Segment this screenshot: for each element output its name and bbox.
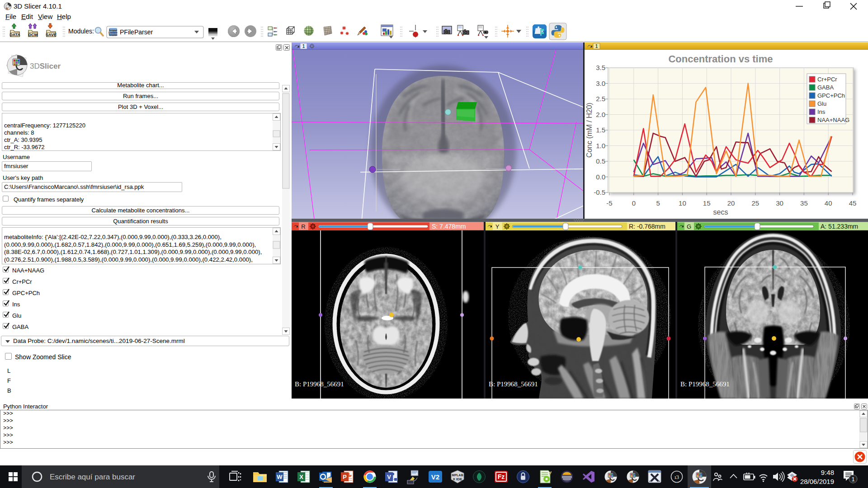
svg-text:secs: secs (713, 208, 728, 216)
svg-text:Fz: Fz (498, 473, 505, 480)
svg-text:Ins: Ins (817, 108, 826, 115)
svg-text:-0.5: -0.5 (594, 188, 605, 196)
svg-text:45: 45 (849, 199, 857, 207)
svg-text:G: G (687, 223, 691, 230)
svg-text:0.5: 0.5 (596, 157, 605, 165)
svg-text:V: V (387, 474, 391, 480)
svg-text:ı3: ı3 (675, 474, 679, 480)
svg-text:30: 30 (776, 199, 783, 207)
svg-text:1.5: 1.5 (596, 126, 605, 134)
svg-text:W: W (277, 474, 283, 480)
svg-text:SAVE: SAVE (46, 33, 57, 37)
svg-text:Conc (mM / H20): Conc (mM / H20) (585, 103, 593, 158)
svg-text:1: 1 (595, 43, 598, 49)
svg-text:DATA: DATA (9, 33, 20, 37)
svg-text:P: P (343, 474, 347, 480)
svg-text:25: 25 (751, 199, 759, 207)
svg-text:40: 40 (825, 199, 832, 207)
svg-text:0: 0 (632, 199, 636, 207)
svg-text:MPLAB: MPLAB (452, 474, 463, 477)
svg-text:R: R (301, 223, 305, 230)
svg-text:Cr+PCr: Cr+PCr (817, 76, 837, 83)
svg-text:9:48: 9:48 (821, 469, 834, 476)
svg-text:1: 1 (851, 476, 854, 483)
svg-text:Concentration vs time: Concentration vs time (668, 53, 773, 65)
svg-text:Glu: Glu (817, 100, 826, 107)
svg-text:20: 20 (727, 199, 735, 207)
svg-text:1: 1 (302, 43, 305, 49)
svg-text:-5: -5 (606, 199, 612, 207)
svg-text:NAA+NAAG: NAA+NAAG (817, 117, 849, 123)
svg-text:1.0: 1.0 (596, 142, 605, 150)
svg-text:V2: V2 (431, 473, 439, 481)
svg-text:S: 7.478mm: S: 7.478mm (432, 223, 466, 230)
svg-text:Escribe aquí para buscar: Escribe aquí para buscar (50, 473, 135, 481)
svg-text:PFileParser: PFileParser (120, 28, 153, 36)
svg-text:X IDE: X IDE (453, 477, 463, 481)
svg-text:15: 15 (703, 199, 711, 207)
svg-text:3.0: 3.0 (596, 80, 605, 87)
svg-text:X: X (299, 474, 303, 480)
svg-text:0.0: 0.0 (596, 173, 605, 181)
svg-text:B: P19968_56691: B: P19968_56691 (489, 380, 538, 388)
svg-text:GABA: GABA (817, 84, 834, 91)
svg-text:Template: Template (108, 34, 118, 36)
svg-text:DCM: DCM (28, 33, 38, 37)
svg-text:R: -0.768mm: R: -0.768mm (629, 223, 665, 230)
svg-text:3.5: 3.5 (596, 64, 605, 71)
svg-text:B: P19968_56691: B: P19968_56691 (295, 380, 344, 388)
svg-text:5: 5 (656, 199, 660, 207)
svg-text:10: 10 (679, 199, 686, 207)
svg-text:Y: Y (495, 223, 500, 230)
svg-text:B: P19968_56691: B: P19968_56691 (680, 380, 730, 388)
svg-text:35: 35 (800, 199, 808, 207)
svg-text:GPC+PCh: GPC+PCh (817, 92, 845, 99)
svg-text:3DSlicer: 3DSlicer (30, 62, 61, 70)
svg-text:2.5: 2.5 (596, 95, 605, 103)
svg-text:2.0: 2.0 (596, 111, 605, 118)
svg-text:A: 51.233mm: A: 51.233mm (821, 223, 858, 230)
svg-text:28/06/2019: 28/06/2019 (800, 478, 834, 485)
svg-text:Modules:: Modules: (68, 28, 94, 35)
